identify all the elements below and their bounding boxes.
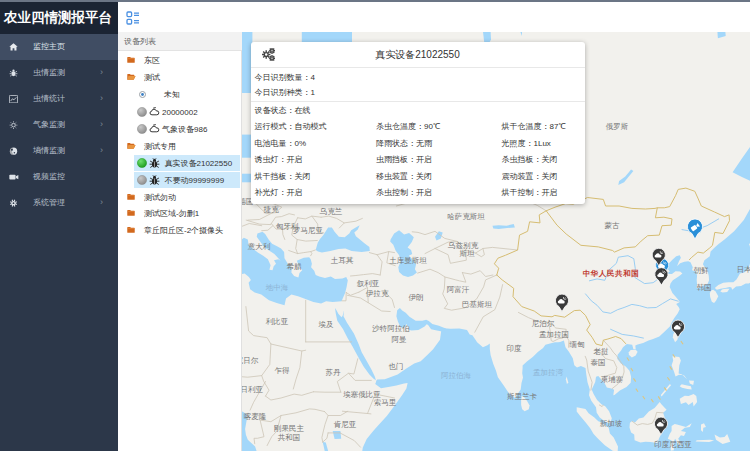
svg-text:土库曼斯坦: 土库曼斯坦 xyxy=(389,256,427,265)
svg-text:阿曼: 阿曼 xyxy=(392,335,408,344)
svg-text:也门: 也门 xyxy=(389,362,404,371)
svg-text:苏丹: 苏丹 xyxy=(326,368,342,377)
svg-text:喀麦隆: 喀麦隆 xyxy=(244,412,267,421)
svg-text:蒙古: 蒙古 xyxy=(605,221,621,230)
svg-text:肯尼亚: 肯尼亚 xyxy=(334,420,357,429)
svg-text:尼泊尔: 尼泊尔 xyxy=(532,319,555,328)
svg-text:埃塞俄比亚: 埃塞俄比亚 xyxy=(342,390,381,399)
svg-text:日本海: 日本海 xyxy=(737,265,750,274)
svg-text:老挝: 老挝 xyxy=(594,347,609,356)
svg-text:土耳其: 土耳其 xyxy=(331,256,354,265)
svg-text:刚果民主: 刚果民主 xyxy=(274,424,305,433)
svg-text:柬埔寨: 柬埔寨 xyxy=(601,375,624,384)
svg-text:希腊: 希腊 xyxy=(287,262,303,271)
svg-text:伊朗: 伊朗 xyxy=(409,293,424,302)
svg-text:俄罗斯: 俄罗斯 xyxy=(606,122,629,131)
svg-text:阿拉伯海: 阿拉伯海 xyxy=(441,371,472,380)
svg-text:叙利亚: 叙利亚 xyxy=(357,279,380,288)
svg-text:斯里兰卡: 斯里兰卡 xyxy=(507,392,538,401)
svg-text:泰国: 泰国 xyxy=(591,358,606,367)
svg-text:孟加拉湾: 孟加拉湾 xyxy=(533,368,564,377)
svg-text:索马里: 索马里 xyxy=(374,398,397,407)
svg-text:共和国: 共和国 xyxy=(278,433,301,442)
svg-text:沙特阿拉伯: 沙特阿拉伯 xyxy=(371,324,410,333)
svg-text:印度尼西亚: 印度尼西亚 xyxy=(654,440,692,449)
svg-text:罗马尼亚: 罗马尼亚 xyxy=(293,226,324,235)
svg-text:尼日利亚: 尼日利亚 xyxy=(242,385,264,394)
svg-text:乌克兰: 乌克兰 xyxy=(319,207,343,216)
svg-text:地中海: 地中海 xyxy=(265,283,289,292)
svg-text:朝鲜: 朝鲜 xyxy=(694,266,710,275)
svg-text:孟加拉国: 孟加拉国 xyxy=(539,330,569,339)
svg-text:阿富汗: 阿富汗 xyxy=(447,285,470,294)
svg-text:巴基斯坦: 巴基斯坦 xyxy=(462,300,493,309)
svg-text:意大利: 意大利 xyxy=(248,242,271,251)
svg-text:捷克: 捷克 xyxy=(264,205,280,214)
svg-text:哈萨克斯坦: 哈萨克斯坦 xyxy=(447,212,485,221)
svg-text:利比亚: 利比亚 xyxy=(266,317,289,326)
svg-text:尼日尔: 尼日尔 xyxy=(242,356,259,365)
svg-text:埃及: 埃及 xyxy=(318,320,335,329)
svg-text:印度: 印度 xyxy=(507,344,523,353)
svg-text:乍得: 乍得 xyxy=(275,366,291,375)
svg-text:斯坦: 斯坦 xyxy=(460,249,476,258)
svg-text:韩国: 韩国 xyxy=(697,283,712,292)
svg-text:中华人民共和国: 中华人民共和国 xyxy=(583,269,640,278)
svg-text:新加坡: 新加坡 xyxy=(600,419,623,428)
svg-text:伊拉克: 伊拉克 xyxy=(366,289,389,298)
svg-text:缅甸: 缅甸 xyxy=(569,340,585,349)
